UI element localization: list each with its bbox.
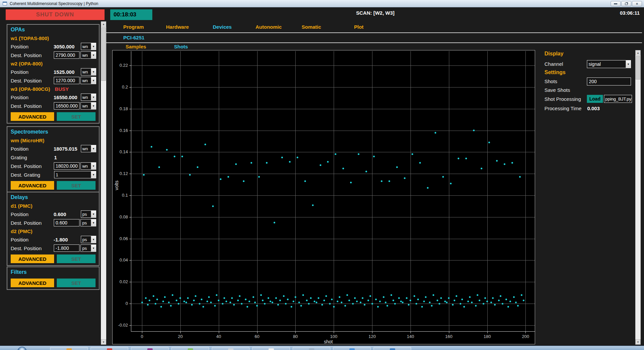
tab-program[interactable]: Program (123, 24, 144, 30)
gray-app-taskbar-button[interactable] (293, 347, 330, 350)
chevron-down-icon[interactable]: ▼ (91, 94, 96, 101)
chevron-down-icon[interactable]: ▼ (91, 103, 96, 109)
set-button[interactable]: SET (57, 181, 96, 190)
scroll-up-icon[interactable]: ▲ (635, 50, 641, 55)
units-select[interactable]: wn▼ (80, 162, 96, 170)
scroll-up-icon[interactable]: ▲ (101, 21, 106, 27)
units-select[interactable]: ps▼ (80, 244, 96, 252)
scroll-down-icon[interactable]: ▼ (101, 339, 106, 345)
dest-position-row: Dest. Position18020.000wn▼ (11, 162, 96, 170)
data-point (494, 304, 496, 306)
start-button-icon[interactable] (17, 347, 27, 350)
set-button[interactable]: SET (57, 279, 96, 287)
tab-plot[interactable]: Plot (354, 24, 363, 30)
advanced-button[interactable]: ADVANCED (11, 279, 54, 287)
destination-input[interactable]: 18020.000 (54, 162, 79, 170)
chevron-down-icon[interactable]: ▼ (626, 60, 631, 68)
position-row: Position18075.015wn▼ (11, 144, 96, 153)
chevron-down-icon[interactable]: ▼ (91, 68, 96, 75)
subtab-samples[interactable]: Samples (126, 44, 146, 49)
destination-input[interactable]: 1270.000 (54, 77, 79, 84)
tab-hardware[interactable]: Hardware (166, 24, 189, 30)
chevron-down-icon[interactable]: ▼ (91, 245, 96, 251)
shots-scatter-plot[interactable]: volts shot -0.0200.020.040.060.080.10.12… (112, 50, 535, 344)
units-select[interactable]: wn▼ (81, 43, 96, 50)
data-point (521, 294, 522, 296)
destination-input[interactable]: 0.600 (54, 219, 79, 226)
chevron-down-icon[interactable]: ▼ (91, 171, 96, 178)
set-button[interactable]: SET (57, 254, 96, 263)
destination-input[interactable]: 2790.000 (54, 51, 79, 59)
y-tick-label: 0.02 (113, 279, 128, 284)
data-point (452, 304, 454, 306)
destination-input[interactable]: 16500.000 (54, 102, 79, 110)
tab-devices[interactable]: Devices (213, 24, 232, 30)
data-point (467, 301, 469, 302)
media-red-app-taskbar-button[interactable] (91, 347, 128, 350)
white-app-taskbar-button[interactable] (252, 347, 290, 350)
units-select[interactable]: ps▼ (80, 219, 96, 226)
purple-app-taskbar-button[interactable] (131, 347, 169, 350)
folder-app-taskbar-button[interactable] (50, 347, 88, 350)
processing-file-input[interactable]: pping_BJT.py (604, 95, 632, 103)
y-tick-label: 0.14 (113, 149, 128, 154)
destination-input[interactable]: -1.800 (54, 244, 79, 252)
blue-window-app-taskbar-button[interactable] (333, 347, 371, 350)
chevron-down-icon[interactable]: ▼ (91, 219, 96, 226)
left-scrollbar-thumb[interactable] (101, 27, 106, 81)
chevron-down-icon[interactable]: ▼ (91, 77, 96, 84)
taskbar[interactable] (0, 346, 644, 350)
vertical-gridline (372, 51, 372, 331)
advanced-button[interactable]: ADVANCED (11, 254, 54, 263)
units-select[interactable]: ps▼ (81, 236, 96, 243)
units-select[interactable]: wn▼ (81, 94, 96, 101)
grating-select[interactable]: 1▼ (54, 171, 96, 178)
tab-autonomic[interactable]: Autonomic (256, 24, 282, 30)
data-point (275, 297, 277, 299)
units-select[interactable]: wn▼ (80, 102, 96, 110)
left-scrollbar[interactable]: ▲ ▼ (101, 21, 106, 345)
hardware-name: w2 (OPA-800) (11, 61, 43, 66)
minimize-button-icon[interactable] (611, 1, 621, 6)
units-select[interactable]: wn▼ (81, 145, 96, 152)
data-point (141, 302, 143, 303)
units-select[interactable]: wn▼ (80, 77, 96, 84)
blue-app-taskbar-button[interactable] (373, 347, 411, 350)
tab-pci-6251[interactable]: PCI-6251 (123, 35, 144, 40)
tab-somatic[interactable]: Somatic (302, 24, 321, 30)
chevron-down-icon[interactable]: ▼ (91, 236, 96, 243)
data-point (342, 168, 344, 169)
data-point (153, 295, 154, 297)
right-scrollbar-thumb[interactable] (636, 56, 640, 79)
shutdown-button[interactable]: SHUT DOWN (6, 9, 105, 20)
chevron-down-icon[interactable]: ▼ (91, 145, 96, 152)
units-select[interactable]: ps▼ (81, 210, 96, 218)
channel-select[interactable]: signal ▼ (587, 60, 631, 68)
chevron-down-icon[interactable]: ▼ (91, 211, 96, 217)
chevron-down-icon[interactable]: ▼ (91, 163, 96, 169)
silver-app-taskbar-button[interactable] (212, 347, 250, 350)
x-tick-label: 160 (441, 334, 457, 339)
right-scrollbar[interactable]: ▲ ▼ (635, 50, 641, 345)
data-point (414, 295, 415, 297)
shots-input[interactable]: 200 (587, 77, 631, 85)
data-point (297, 157, 298, 158)
y-tick-label: 0.16 (113, 128, 128, 133)
chevron-down-icon[interactable]: ▼ (91, 43, 96, 50)
advanced-button[interactable]: ADVANCED (11, 112, 54, 121)
data-point (249, 301, 250, 302)
scroll-down-icon[interactable]: ▼ (635, 339, 641, 345)
restore-button-icon[interactable] (621, 1, 631, 6)
section-title: Filters (11, 269, 96, 277)
close-button-icon[interactable]: × (632, 1, 642, 6)
section-title: Delays (11, 194, 96, 202)
advanced-button[interactable]: ADVANCED (11, 181, 54, 190)
set-button[interactable]: SET (57, 112, 96, 121)
green-app-taskbar-button[interactable] (171, 347, 209, 350)
units-select[interactable]: wn▼ (81, 68, 96, 75)
dest-position-row: Dest. Position0.600ps▼ (11, 218, 96, 227)
subtab-shots[interactable]: Shots (174, 44, 188, 49)
chevron-down-icon[interactable]: ▼ (91, 52, 96, 58)
load-button[interactable]: Load (587, 95, 603, 103)
units-select[interactable]: wn▼ (80, 51, 96, 59)
